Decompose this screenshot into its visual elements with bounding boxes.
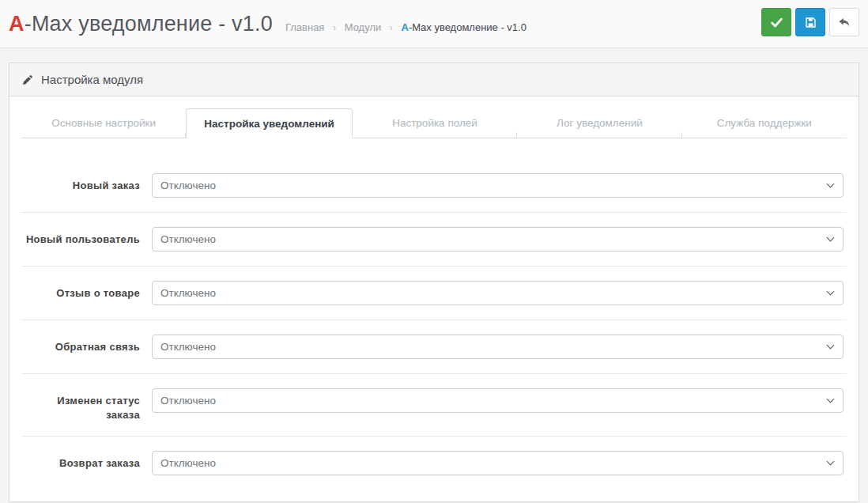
field: Отключено bbox=[140, 281, 847, 305]
breadcrumb: Главная › Модули › A-Max уведомление - v… bbox=[285, 21, 526, 33]
breadcrumb-home[interactable]: Главная bbox=[285, 21, 324, 33]
page-title: A-Max уведомление - v1.0 bbox=[9, 12, 273, 36]
new-customer-select[interactable]: Отключено bbox=[152, 227, 843, 252]
select-wrap: Отключено bbox=[152, 335, 843, 359]
tab-notification-settings[interactable]: Настройка уведомлений bbox=[186, 108, 352, 138]
breadcrumb-current-accent: A bbox=[401, 21, 408, 33]
header-buttons bbox=[761, 8, 859, 36]
tab-field-settings[interactable]: Настройка полей bbox=[353, 108, 517, 138]
field-label: Новый пользователь bbox=[21, 227, 140, 252]
select-wrap: Отключено bbox=[152, 388, 843, 413]
select-wrap: Отключено bbox=[152, 451, 843, 475]
floppy-disk-icon bbox=[805, 17, 817, 28]
form-row-new-order: Новый заказ Отключено bbox=[21, 159, 847, 213]
field: Отключено bbox=[140, 388, 847, 422]
form-row-product-review: Отзыв о товаре Отключено bbox=[21, 267, 847, 320]
breadcrumb-current: A-Max уведомление - v1.0 bbox=[401, 21, 526, 33]
field-label: Отзыв о товаре bbox=[21, 281, 140, 305]
order-return-select[interactable]: Отключено bbox=[152, 451, 843, 475]
breadcrumb-separator: › bbox=[390, 22, 393, 33]
product-review-select[interactable]: Отключено bbox=[152, 281, 843, 305]
back-button[interactable] bbox=[829, 8, 859, 36]
tab-notification-log[interactable]: Лог уведомлений bbox=[517, 108, 681, 138]
pencil-icon bbox=[22, 74, 33, 85]
field-label: Изменен статус заказа bbox=[21, 388, 140, 422]
new-order-select[interactable]: Отключено bbox=[152, 173, 843, 198]
field-label: Возврат заказа bbox=[21, 451, 140, 475]
form-row-feedback: Обратная связь Отключено bbox=[21, 320, 847, 374]
panel-heading: Настройка модуля bbox=[9, 63, 859, 96]
field: Отключено bbox=[140, 335, 847, 359]
page-title-text: -Max уведомление - v1.0 bbox=[25, 12, 273, 36]
module-settings-panel: Настройка модуля Основные настройки Наст… bbox=[9, 62, 859, 502]
select-wrap: Отключено bbox=[152, 227, 843, 252]
breadcrumb-separator: › bbox=[333, 22, 336, 33]
select-wrap: Отключено bbox=[152, 173, 843, 198]
page-header: A-Max уведомление - v1.0 Главная › Модул… bbox=[0, 0, 868, 48]
panel-heading-text: Настройка модуля bbox=[41, 73, 143, 86]
tab-support[interactable]: Служба поддержки bbox=[682, 108, 847, 138]
header-left: A-Max уведомление - v1.0 Главная › Модул… bbox=[9, 12, 526, 36]
apply-button[interactable] bbox=[761, 8, 791, 36]
page-content: Настройка модуля Основные настройки Наст… bbox=[0, 48, 868, 502]
field: Отключено bbox=[140, 227, 847, 252]
tabs: Основные настройки Настройка уведомлений… bbox=[21, 108, 847, 138]
tab-general-settings[interactable]: Основные настройки bbox=[21, 108, 186, 138]
reply-arrow-icon bbox=[838, 16, 851, 28]
form-row-order-status-changed: Изменен статус заказа Отключено bbox=[21, 374, 847, 437]
form-row-new-customer: Новый пользователь Отключено bbox=[21, 213, 847, 267]
breadcrumb-modules[interactable]: Модули bbox=[345, 21, 382, 33]
feedback-select[interactable]: Отключено bbox=[152, 335, 843, 359]
order-status-select[interactable]: Отключено bbox=[152, 388, 843, 413]
field: Отключено bbox=[140, 173, 847, 198]
select-wrap: Отключено bbox=[152, 281, 843, 305]
field: Отключено bbox=[140, 451, 847, 475]
save-button[interactable] bbox=[795, 8, 825, 36]
check-icon bbox=[771, 17, 783, 28]
form-row-order-return: Возврат заказа Отключено bbox=[21, 437, 847, 490]
tab-content: Новый заказ Отключено Новый пользователь bbox=[21, 138, 847, 490]
field-label: Новый заказ bbox=[21, 173, 140, 198]
breadcrumb-current-text: -Max уведомление - v1.0 bbox=[409, 21, 526, 33]
panel-body: Основные настройки Настройка уведомлений… bbox=[9, 96, 859, 501]
field-label: Обратная связь bbox=[21, 335, 140, 359]
page-title-accent: A bbox=[9, 12, 25, 36]
